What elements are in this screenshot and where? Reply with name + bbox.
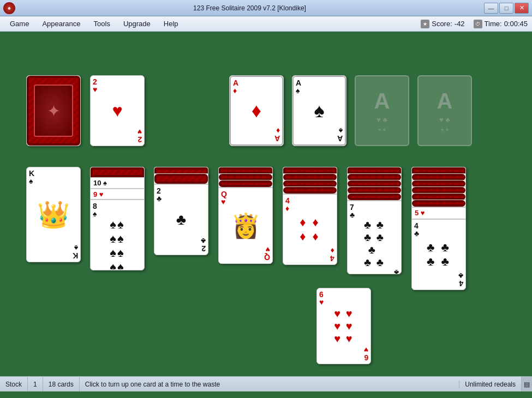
time-icon: ⏱ bbox=[474, 20, 482, 28]
stock-pile[interactable]: ✦ bbox=[26, 75, 81, 146]
status-redeals: Unlimited redeals bbox=[459, 381, 521, 388]
window-title: 123 Free Solitaire 2009 v7.2 [Klondike] bbox=[15, 4, 484, 12]
close-button[interactable]: ✕ bbox=[515, 3, 529, 14]
time-value: 0:00:45 bbox=[504, 20, 528, 28]
time-label: Time: bbox=[485, 20, 502, 28]
foundation-1[interactable]: A♦ ♦ A♦ bbox=[229, 75, 284, 146]
status-hint: Click to turn up one card at a time to t… bbox=[80, 381, 459, 388]
status-end-icon: ▤ bbox=[521, 377, 532, 391]
app-icon: ♠ bbox=[3, 2, 15, 14]
tableau-col7-5h[interactable]: 5 ♥ bbox=[411, 207, 466, 219]
tableau-col4-back3 bbox=[218, 180, 273, 188]
tableau-col6-back5 bbox=[347, 193, 402, 201]
tableau-col7-4c[interactable]: 4♣ ♣ ♣♣ ♣ 4♣ bbox=[411, 219, 466, 290]
titlebar-left: ♠ bbox=[3, 2, 15, 14]
menu-upgrade[interactable]: Upgrade bbox=[118, 18, 156, 29]
maximize-button[interactable]: □ bbox=[499, 3, 513, 14]
tableau-col3-back2 bbox=[154, 173, 208, 184]
score-icon: ★ bbox=[421, 20, 429, 28]
waste-pile-card[interactable]: 2♥ ♥ 2♥ bbox=[90, 75, 145, 146]
window-controls: — □ ✕ bbox=[484, 3, 529, 14]
menubar: Game Appearance Tools Upgrade Help ★ Sco… bbox=[0, 16, 532, 32]
status-stock-count: 1 bbox=[28, 377, 43, 391]
tableau-col6-7c[interactable]: 7♣ ♣ ♣♣ ♣ ♣ ♣ ♣ 7♣ bbox=[347, 201, 402, 274]
menu-help[interactable]: Help bbox=[158, 18, 184, 29]
menu-tools[interactable]: Tools bbox=[88, 18, 116, 29]
tableau-col2-9s[interactable]: 9 ♥ bbox=[90, 189, 145, 200]
tableau-col4-qh[interactable]: Q♥ 👸 Q♥ bbox=[218, 188, 273, 264]
foundation-4[interactable]: A ♥ ♣ ♠ ♦ bbox=[417, 75, 472, 146]
score-area: ★ Score: -42 ⏱ Time: 0:00:45 bbox=[421, 20, 528, 28]
game-table[interactable]: ✦ 2♥ ♥ 2♥ A♦ ♦ A♦ A♠ ♠ A♠ A ♥ ♣ ♠ ♦ bbox=[0, 32, 532, 376]
tableau-col7-back6 bbox=[411, 200, 466, 207]
tableau-col2-back1 bbox=[90, 167, 145, 178]
tableau-col2-10s[interactable]: 10 ♠ bbox=[90, 178, 145, 189]
menu-game[interactable]: Game bbox=[4, 18, 34, 29]
score-label: Score: bbox=[432, 20, 452, 28]
statusbar: Stock 1 18 cards Click to turn up one ca… bbox=[0, 376, 532, 391]
tableau-col5-back4 bbox=[283, 186, 337, 194]
status-stock-label: Stock bbox=[0, 377, 28, 391]
foundation-2[interactable]: A♠ ♠ A♠ bbox=[292, 75, 346, 146]
minimize-button[interactable]: — bbox=[484, 3, 498, 14]
tableau-col2-8s[interactable]: 8♠ ♠♠♠♠♠♠♠♠ 8♠ bbox=[90, 200, 145, 270]
tableau-col5-6h[interactable]: 6♥ ♥ ♥♥ ♥♥ ♥ 6♥ bbox=[316, 288, 371, 364]
time-block: ⏱ Time: 0:00:45 bbox=[474, 20, 528, 28]
tableau-col5-4d[interactable]: 4♦ ♦ ♦♦ ♦ 4♦ bbox=[283, 194, 337, 265]
score-value: -42 bbox=[455, 20, 465, 28]
tableau-col1-king[interactable]: K♠ 👑 K♠ bbox=[26, 167, 81, 262]
titlebar: ♠ 123 Free Solitaire 2009 v7.2 [Klondike… bbox=[0, 0, 532, 16]
foundation-3[interactable]: A ♥ ♣ ♠ ♦ bbox=[355, 75, 409, 146]
menu-appearance[interactable]: Appearance bbox=[37, 18, 86, 29]
status-card-count: 18 cards bbox=[43, 377, 80, 391]
tableau-col3-2c[interactable]: 2♣ ♣ 2♣ bbox=[154, 184, 208, 255]
score-block: ★ Score: -42 bbox=[421, 20, 464, 28]
